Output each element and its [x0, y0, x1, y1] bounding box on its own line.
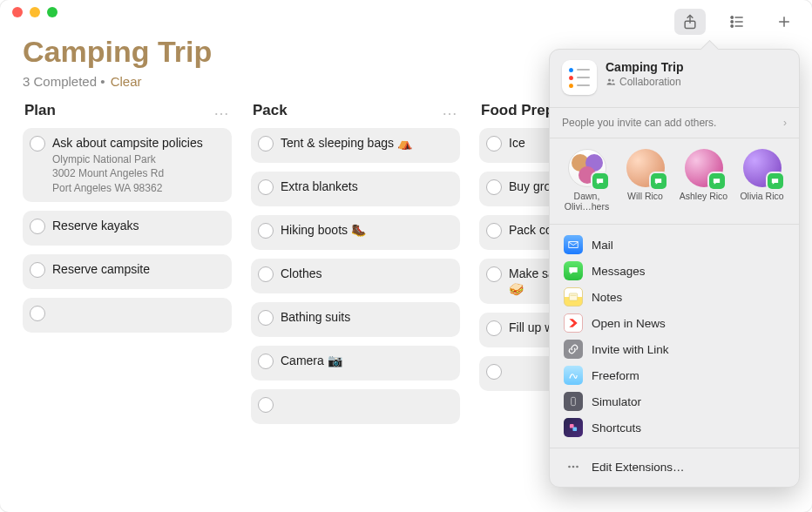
share-mode-row[interactable]: Collaboration: [606, 76, 683, 88]
freeform-icon: [564, 366, 583, 385]
news-icon: [564, 313, 583, 333]
reminder-card[interactable]: Reserve kayaks: [23, 211, 232, 246]
window-zoom-button[interactable]: [47, 7, 58, 17]
column-cards: Tent & sleeping bags ⛺ Extra blankets Hi…: [251, 128, 460, 424]
view-options-button[interactable]: [721, 9, 753, 35]
share-target-label: Simulator: [592, 395, 641, 408]
reminder-title: Clothes: [281, 266, 321, 281]
complete-toggle[interactable]: [258, 397, 274, 413]
edit-extensions-label: Edit Extensions…: [592, 461, 685, 474]
column-title: Food Prep: [481, 102, 554, 119]
share-target[interactable]: Simulator: [557, 388, 792, 414]
reminder-card[interactable]: Bathing suits: [251, 302, 460, 337]
share-options-label: People you invite can add others.: [562, 117, 716, 129]
share-person-name: Dawn, Olivi…hers: [560, 191, 613, 212]
reminder-card[interactable]: Hiking boots 🥾: [251, 215, 460, 250]
reminder-title: Bathing suits: [281, 309, 350, 325]
messages-icon: [564, 261, 583, 280]
new-reminder-placeholder[interactable]: [251, 389, 460, 424]
reminder-card[interactable]: Reserve campsite: [23, 254, 232, 289]
complete-toggle[interactable]: [30, 306, 45, 321]
mail-icon: [564, 235, 583, 254]
messages-badge-icon: [651, 173, 667, 189]
share-target-label: Mail: [592, 239, 613, 252]
share-person[interactable]: Dawn, Olivi…hers: [560, 149, 613, 212]
share-icon: [681, 13, 699, 30]
share-mode-label: Collaboration: [619, 76, 681, 88]
messages-badge-icon: [768, 173, 783, 189]
share-target[interactable]: Mail: [557, 232, 792, 258]
complete-toggle[interactable]: [30, 219, 45, 234]
messages-badge-icon: [592, 173, 608, 189]
link-icon: [564, 340, 583, 359]
clear-completed-button[interactable]: Clear: [111, 74, 142, 89]
svg-point-18: [576, 466, 579, 468]
complete-toggle[interactable]: [486, 223, 502, 239]
share-target[interactable]: Freeform: [557, 362, 792, 388]
share-person-name: Olivia Rico: [740, 191, 783, 201]
complete-toggle[interactable]: [486, 136, 502, 152]
share-target[interactable]: Shortcuts: [557, 414, 792, 441]
reminder-card[interactable]: Tent & sleeping bags ⛺: [251, 128, 460, 163]
board-column: Plan … Ask about campsite policies Olymp…: [23, 94, 232, 424]
reminder-card[interactable]: Camera 📷: [251, 346, 460, 381]
svg-rect-11: [569, 293, 577, 300]
messages-badge-icon: [709, 173, 725, 189]
share-people-row: Dawn, Olivi…hers Will Rico Ashley Rico: [550, 142, 799, 220]
share-person-name: Will Rico: [627, 191, 663, 201]
column-menu-button[interactable]: …: [213, 101, 230, 119]
column-menu-button[interactable]: …: [442, 101, 458, 119]
reminder-title: Reserve kayaks: [52, 218, 139, 233]
column-header: Pack …: [251, 94, 460, 128]
share-person-name: Ashley Rico: [680, 191, 727, 201]
complete-toggle[interactable]: [486, 320, 502, 336]
complete-toggle[interactable]: [258, 136, 274, 152]
share-target-label: Messages: [592, 265, 646, 278]
window-close-button[interactable]: [12, 7, 23, 17]
share-target[interactable]: Messages: [557, 258, 792, 284]
complete-toggle[interactable]: [258, 310, 274, 326]
reminder-title: Hiking boots 🥾: [281, 222, 366, 238]
reminders-list-icon: [562, 60, 597, 95]
new-reminder-button[interactable]: [768, 9, 800, 35]
reminder-title: Camera 📷: [281, 353, 342, 368]
reminder-title: Tent & sleeping bags ⛺: [281, 135, 412, 151]
reminder-card[interactable]: Ask about campsite policies Olympic Nati…: [23, 128, 232, 202]
share-person[interactable]: Will Rico: [619, 149, 672, 212]
svg-point-1: [731, 17, 733, 18]
reminder-title: Ask about campsite policies: [52, 135, 203, 151]
complete-toggle[interactable]: [486, 266, 502, 282]
complete-toggle[interactable]: [486, 179, 502, 195]
share-person[interactable]: Olivia Rico: [735, 149, 788, 212]
complete-toggle[interactable]: [258, 179, 274, 195]
share-target[interactable]: Open in News: [557, 310, 792, 336]
reminder-notes: Olympic National Park 3002 Mount Angeles…: [52, 152, 203, 195]
complete-toggle[interactable]: [486, 364, 502, 380]
share-button[interactable]: [674, 9, 706, 35]
reminder-card[interactable]: Extra blankets: [251, 172, 460, 206]
share-options-row[interactable]: People you invite can add others. ›: [550, 111, 799, 134]
reminder-card[interactable]: Clothes: [251, 259, 460, 293]
svg-point-5: [731, 25, 733, 27]
reminder-title: Extra blankets: [281, 179, 358, 194]
share-target[interactable]: Invite with Link: [557, 336, 792, 362]
share-popover: Camping Trip Collaboration People you in…: [549, 49, 800, 488]
complete-toggle[interactable]: [30, 136, 45, 152]
new-reminder-placeholder[interactable]: [23, 298, 232, 333]
shortcuts-icon: [564, 418, 583, 437]
share-target[interactable]: Notes: [557, 284, 792, 310]
svg-point-9: [608, 79, 611, 82]
share-person[interactable]: Ashley Rico: [677, 149, 730, 212]
column-cards: Ask about campsite policies Olympic Nati…: [23, 128, 232, 333]
complete-toggle[interactable]: [30, 262, 45, 278]
svg-point-17: [572, 466, 575, 468]
share-title: Camping Trip: [606, 60, 683, 74]
reminder-title: Reserve campsite: [52, 261, 150, 277]
edit-extensions-button[interactable]: Edit Extensions…: [550, 452, 799, 483]
complete-toggle[interactable]: [258, 266, 274, 282]
window-minimize-button[interactable]: [30, 7, 40, 17]
share-target-label: Notes: [592, 291, 622, 304]
complete-toggle[interactable]: [258, 354, 274, 369]
complete-toggle[interactable]: [258, 223, 274, 239]
share-header: Camping Trip Collaboration: [550, 60, 799, 104]
